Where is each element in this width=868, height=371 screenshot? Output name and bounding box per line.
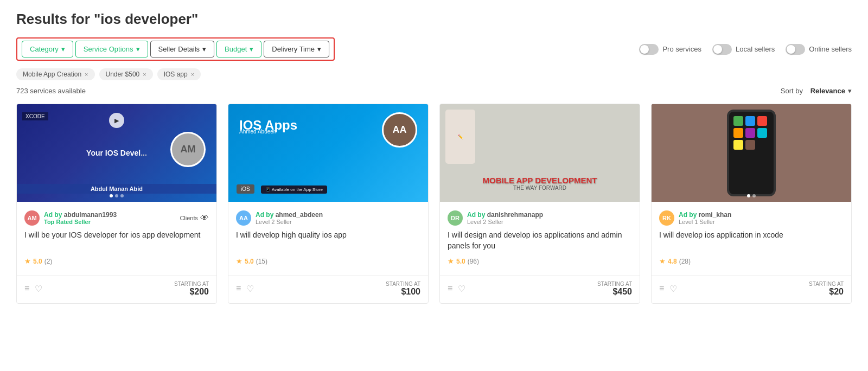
card-title: I will be your IOS developer for ios app… (24, 230, 209, 252)
seller-avatar: DR (448, 210, 463, 226)
img-subtitle: Ahmed Abdeen (239, 129, 276, 135)
footer-icons: ≡ ♡ (236, 284, 254, 294)
seller-row: RK Ad by romi_khan Level 1 Seller (659, 210, 844, 226)
ios-badge: iOS (237, 184, 254, 194)
page-title: Results for "ios developer" (16, 11, 852, 28)
chevron-down-icon: ▾ (136, 45, 140, 53)
card-title: I will develop high quality ios app (236, 230, 420, 252)
online-sellers-label: Online sellers (809, 45, 852, 53)
filter-seller-details[interactable]: Seller Details ▾ (150, 41, 215, 57)
seller-info: Ad by abdulmanan1993 (44, 211, 117, 219)
chevron-down-icon: ▾ (317, 45, 321, 53)
heart-icon[interactable]: ♡ (669, 284, 677, 294)
appstore-badge: 📱 Available on the App Store (261, 186, 327, 194)
mobile-app-sub: THE WAY FORWARD (483, 185, 597, 191)
img-overlay: MOBILE APP DEVELOPMENT THE WAY FORWARD (483, 176, 597, 191)
menu-icon[interactable]: ≡ (448, 284, 452, 294)
filter-budget[interactable]: Budget ▾ (216, 41, 261, 57)
rating-count: (96) (468, 258, 479, 265)
toggle-online-sellers[interactable]: Online sellers (786, 44, 852, 55)
rating-row: ★ 5.0 (96) (448, 257, 632, 265)
close-icon[interactable]: × (191, 71, 194, 78)
toggles-area: Pro services Local sellers Online seller… (639, 44, 852, 55)
rating-count: (2) (44, 258, 53, 265)
card-body: AM Ad by abdulmanan1993 Top Rated Seller… (17, 202, 216, 271)
card-image-1: XCODE Your IOS Devel... ▶ Abdul Manan Ab… (17, 104, 216, 202)
filter-category[interactable]: Category ▾ (22, 41, 73, 57)
chevron-down-icon: ▾ (250, 45, 253, 53)
card-footer: ≡ ♡ STARTING AT $450 (440, 275, 640, 303)
pro-services-label: Pro services (662, 45, 701, 53)
card-image-2: IOS Apps Ahmed Abdeen iOS 📱 Available on… (228, 104, 428, 202)
heart-icon[interactable]: ♡ (458, 284, 465, 294)
toggle-local-sellers[interactable]: Local sellers (712, 44, 775, 55)
sort-value: Relevance (810, 87, 845, 95)
starting-at-label: STARTING AT (174, 281, 209, 287)
close-icon[interactable]: × (85, 71, 88, 78)
rating-count: (15) (256, 258, 267, 265)
seller-info: Ad by romi_khan (679, 211, 731, 219)
service-card: XCODE Your IOS Devel... ▶ Abdul Manan Ab… (16, 104, 217, 304)
heart-icon[interactable]: ♡ (246, 284, 254, 294)
star-icon: ★ (24, 257, 31, 265)
sort-dropdown[interactable]: Sort by Relevance ▾ (781, 87, 852, 95)
toggle-pro-services[interactable]: Pro services (639, 44, 701, 55)
active-filters-row: Mobile App Creation × Under $500 × IOS a… (16, 68, 852, 80)
mobile-app-text: MOBILE APP DEVELOPMENT (483, 176, 597, 185)
eye-icon: 👁 (200, 213, 209, 223)
xcode-label: XCODE (22, 112, 48, 120)
seller-level: Level 2 Seller (256, 219, 323, 225)
star-icon: ★ (448, 257, 454, 265)
local-sellers-label: Local sellers (736, 45, 775, 53)
active-filter-tag[interactable]: Mobile App Creation × (16, 68, 95, 80)
rating-row: ★ 4.8 (28) (659, 257, 844, 265)
sort-label: Sort by (781, 87, 803, 95)
menu-icon[interactable]: ≡ (24, 284, 29, 294)
price-info: STARTING AT $450 (597, 281, 632, 297)
results-bar: 723 services available Sort by Relevance… (16, 87, 852, 95)
filter-box-outline: Category ▾ Service Options ▾ Seller Deta… (16, 37, 335, 61)
rating-value: 4.8 (668, 258, 677, 265)
img-overlay-text: Your IOS Devel... (86, 149, 147, 157)
active-filter-tag[interactable]: Under $500 × (99, 68, 153, 80)
price-info: STARTING AT $100 (386, 281, 420, 297)
sketch-thumb: ✏️ (445, 110, 475, 164)
price-value: $200 (189, 287, 209, 296)
online-sellers-toggle[interactable] (786, 44, 805, 55)
card-body: AA Ad by ahmed_abdeen Level 2 Seller I w… (228, 202, 428, 271)
menu-icon[interactable]: ≡ (236, 284, 241, 294)
menu-icon[interactable]: ≡ (659, 284, 664, 294)
heart-icon[interactable]: ♡ (35, 284, 42, 294)
avatar: AM (170, 132, 206, 167)
play-button[interactable]: ▶ (109, 113, 124, 128)
service-card: RK Ad by romi_khan Level 1 Seller I will… (651, 104, 852, 304)
card-footer: ≡ ♡ STARTING AT $200 (17, 275, 216, 303)
price-info: STARTING AT $20 (809, 281, 844, 297)
card-title: I will design and develop ios applicatio… (448, 230, 632, 252)
image-dots (110, 194, 124, 197)
filter-delivery-time[interactable]: Delivery Time ▾ (264, 41, 329, 57)
close-icon[interactable]: × (143, 71, 146, 78)
chevron-down-icon: ▾ (848, 87, 852, 95)
starting-at-label: STARTING AT (386, 281, 420, 287)
seller-row: DR Ad by danishrehmanapp Level 2 Seller (448, 210, 632, 226)
active-filter-tag[interactable]: IOS app × (157, 68, 201, 80)
image-dots (747, 194, 756, 197)
card-image-4 (652, 104, 851, 202)
rating-row: ★ 5.0 (15) (236, 257, 420, 265)
seller-level: Top Rated Seller (44, 219, 117, 225)
tag-label: Mobile App Creation (23, 71, 81, 78)
clients-badge: Clients 👁 (180, 213, 209, 223)
filter-service-options[interactable]: Service Options ▾ (75, 41, 148, 57)
footer-icons: ≡ ♡ (24, 284, 42, 294)
pro-services-toggle[interactable] (639, 44, 659, 55)
results-count: 723 services available (16, 87, 86, 95)
phone-mockup (727, 110, 776, 196)
card-title: I will develop ios application in xcode (659, 230, 844, 252)
service-card: MOBILE APP DEVELOPMENT THE WAY FORWARD ✏… (439, 104, 640, 304)
tag-label: IOS app (164, 71, 188, 78)
seller-avatar: RK (659, 210, 674, 226)
local-sellers-toggle[interactable] (712, 44, 732, 55)
seller-row: AM Ad by abdulmanan1993 Top Rated Seller… (24, 210, 209, 226)
card-image-3: MOBILE APP DEVELOPMENT THE WAY FORWARD ✏… (440, 104, 640, 202)
